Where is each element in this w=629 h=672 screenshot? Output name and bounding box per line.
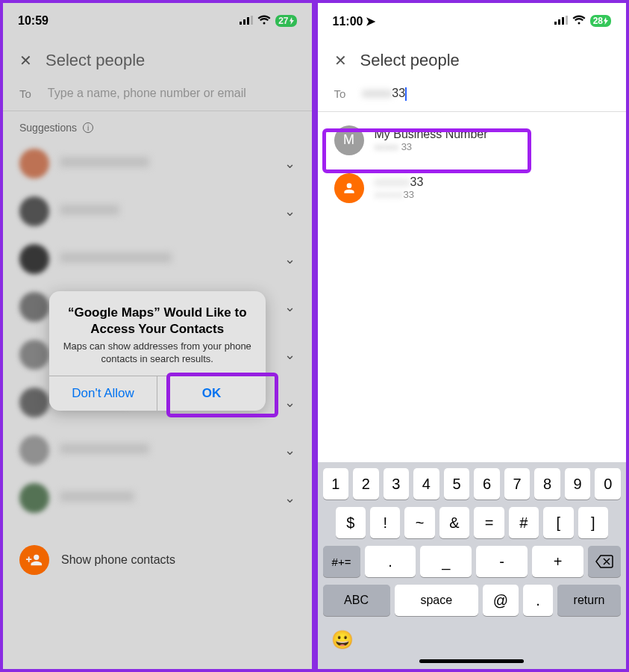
- chevron-down-icon[interactable]: ⌄: [284, 490, 295, 506]
- key-amp[interactable]: &: [439, 507, 469, 538]
- suggestions-label: Suggestions: [19, 122, 77, 134]
- contact-row[interactable]: ⌄: [10, 187, 304, 235]
- show-contacts-label: Show phone contacts: [61, 553, 175, 567]
- key-hash[interactable]: #: [509, 507, 539, 538]
- contact-row[interactable]: ⌄: [10, 426, 304, 474]
- kb-row-4: ABC space @ . return: [321, 585, 624, 616]
- contact-row[interactable]: ⌄: [10, 474, 304, 522]
- info-icon[interactable]: i: [83, 122, 93, 133]
- key-symbols[interactable]: #+=: [323, 546, 360, 577]
- svg-rect-6: [562, 17, 564, 25]
- search-results: M My Business Number xxxxx 33 xxxxxx33 x…: [318, 112, 627, 212]
- svg-rect-7: [566, 16, 568, 25]
- contact-name-blurred: [60, 491, 134, 502]
- contact-name-blurred: [60, 444, 149, 454]
- chevron-down-icon[interactable]: ⌄: [284, 203, 295, 220]
- status-bar: 10:59 27: [3, 3, 312, 39]
- avatar: [19, 292, 49, 322]
- contact-row[interactable]: ⌄: [10, 235, 304, 283]
- key-rbracket[interactable]: ]: [578, 507, 608, 538]
- chevron-down-icon[interactable]: ⌄: [284, 251, 295, 267]
- svg-rect-3: [251, 16, 253, 25]
- dialog-title: “Google Maps” Would Like to Access Your …: [61, 305, 254, 337]
- result-row-generic[interactable]: xxxxxx33 xxxxxx33: [325, 164, 619, 212]
- highlight-ok: [166, 373, 278, 417]
- svg-rect-0: [240, 22, 242, 25]
- to-field-row[interactable]: To xxxxx33: [318, 87, 627, 112]
- phone-divider: [312, 3, 318, 669]
- phone-left: 10:59 27 ✕ Select people To Type a name,…: [3, 3, 312, 669]
- avatar: [19, 435, 49, 465]
- key-bang[interactable]: !: [370, 507, 400, 538]
- svg-rect-2: [247, 17, 249, 25]
- contact-name-blurred: [60, 205, 119, 215]
- chevron-down-icon[interactable]: ⌄: [284, 155, 295, 172]
- key-3[interactable]: 3: [384, 468, 410, 500]
- show-contacts-row[interactable]: Show phone contacts: [3, 533, 312, 587]
- key-space[interactable]: space: [395, 585, 479, 616]
- key-0[interactable]: 0: [595, 468, 621, 500]
- avatar: [19, 244, 49, 274]
- key-eq[interactable]: =: [474, 507, 504, 538]
- status-right: 27: [240, 14, 296, 28]
- result-name: xxxxxx33: [375, 175, 610, 189]
- key-at[interactable]: @: [483, 585, 519, 616]
- chevron-down-icon[interactable]: ⌄: [284, 394, 295, 411]
- key-abc[interactable]: ABC: [323, 585, 390, 616]
- to-input[interactable]: xxxxx33: [362, 87, 610, 101]
- key-9[interactable]: 9: [565, 468, 591, 500]
- svg-rect-5: [558, 19, 560, 25]
- battery-icon: 27: [275, 15, 296, 27]
- key-8[interactable]: 8: [534, 468, 560, 500]
- phone-right: 11:00➤ 28 ✕ Select people To xxxxx33 M: [318, 3, 627, 669]
- key-7[interactable]: 7: [504, 468, 531, 500]
- key-1[interactable]: 1: [323, 468, 349, 500]
- emoji-row: 😀: [321, 623, 624, 653]
- contact-name-blurred: [60, 157, 149, 167]
- screen-header: ✕ Select people: [318, 39, 627, 87]
- contact-row[interactable]: ⌄: [10, 140, 304, 187]
- svg-rect-1: [243, 19, 245, 25]
- to-field-row[interactable]: To Type a name, phone number or email: [3, 87, 312, 111]
- key-underscore[interactable]: _: [420, 546, 472, 577]
- avatar: [19, 196, 49, 226]
- status-time: 11:00➤: [333, 14, 376, 28]
- kb-row-1: 1 2 3 4 5 6 7 8 9 0: [321, 468, 624, 500]
- wifi-icon: [257, 14, 271, 28]
- key-5[interactable]: 5: [444, 468, 470, 500]
- key-return[interactable]: return: [557, 585, 621, 616]
- screen-header: ✕ Select people: [3, 39, 312, 87]
- key-6[interactable]: 6: [474, 468, 500, 500]
- header-title: Select people: [46, 51, 145, 70]
- chevron-down-icon[interactable]: ⌄: [284, 346, 295, 363]
- chevron-down-icon[interactable]: ⌄: [284, 442, 295, 458]
- add-contact-icon: [19, 545, 49, 575]
- key-4[interactable]: 4: [413, 468, 439, 500]
- signal-icon: [240, 14, 253, 28]
- to-input[interactable]: Type a name, phone number or email: [48, 87, 295, 100]
- suggestions-label-row: Suggestions i: [3, 111, 312, 140]
- home-indicator[interactable]: [419, 659, 524, 663]
- avatar: [19, 149, 49, 178]
- close-icon[interactable]: ✕: [334, 52, 347, 69]
- key-tilde[interactable]: ~: [404, 507, 434, 538]
- emoji-icon[interactable]: 😀: [331, 629, 354, 650]
- key-period[interactable]: .: [365, 546, 416, 577]
- dialog-message: Maps can show addresses from your phone …: [61, 340, 254, 366]
- status-time: 10:59: [18, 14, 48, 28]
- key-plus[interactable]: +: [532, 546, 583, 577]
- avatar: [19, 340, 49, 370]
- close-icon[interactable]: ✕: [19, 52, 32, 69]
- battery-icon: 28: [590, 15, 611, 27]
- key-lbracket[interactable]: [: [543, 507, 573, 538]
- key-hyphen[interactable]: -: [476, 546, 528, 577]
- wifi-icon: [572, 14, 586, 28]
- key-dot[interactable]: .: [523, 585, 553, 616]
- chevron-down-icon[interactable]: ⌄: [284, 299, 295, 315]
- key-dollar[interactable]: $: [336, 507, 366, 538]
- dialog-deny-button[interactable]: Don't Allow: [49, 376, 157, 411]
- kb-row-3: #+= . _ - +: [321, 546, 624, 577]
- location-icon: ➤: [366, 15, 375, 28]
- key-2[interactable]: 2: [353, 468, 379, 500]
- key-backspace[interactable]: [588, 546, 621, 577]
